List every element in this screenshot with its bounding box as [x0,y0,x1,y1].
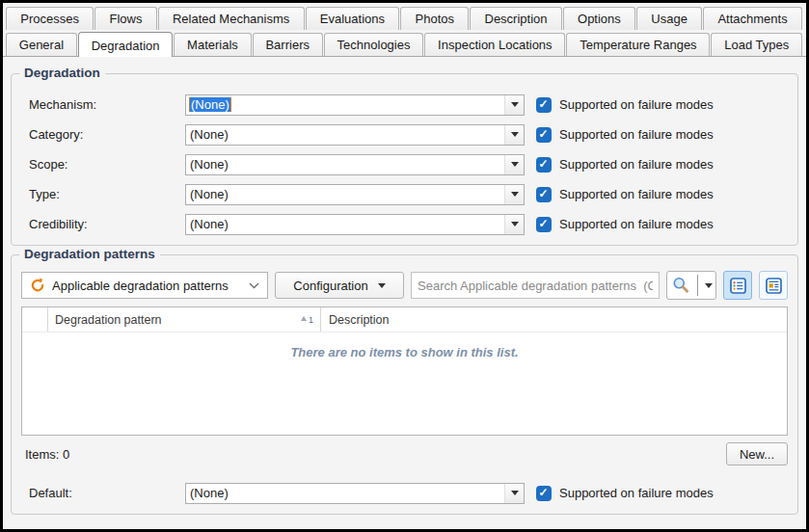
type-dropdown-arrow[interactable] [504,185,524,204]
chevron-down-icon [511,102,519,107]
default-supported-label: Supported on failure modes [559,486,714,500]
configuration-button[interactable]: Configuration [275,272,404,299]
tab-inspection-locations[interactable]: Inspection Locations [424,33,565,56]
items-count-label: Items: 0 [21,447,69,462]
pattern-filter-value: Applicable degradation patterns [52,279,242,293]
tab-materials[interactable]: Materials [174,33,251,56]
checked-checkbox-icon [536,127,552,143]
mechanism-label: Mechanism: [21,97,185,112]
tab-evaluations[interactable]: Evaluations [306,7,400,30]
mechanism-dropdown[interactable]: (None) [185,94,525,116]
credibility-supported-label: Supported on failure modes [559,217,714,231]
chevron-down-icon [511,192,519,197]
credibility-row: Credibility: (None) Supported on failure… [21,209,788,239]
tab-flows[interactable]: Flows [94,7,156,30]
patterns-list-header: Degradation pattern 1 Description [22,307,787,332]
patterns-list-footer: Items: 0 New... [21,442,788,466]
configuration-label: Configuration [293,279,367,293]
default-value: (None) [186,486,504,500]
sort-order-number: 1 [309,315,313,325]
mechanism-supported-checkbox[interactable]: Supported on failure modes [525,97,788,113]
refresh-icon [30,278,45,293]
empty-list-message: There are no items to show in this list. [22,345,787,359]
tab-content: Degradation Mechanism: (None) Supported … [3,57,806,515]
default-supported-checkbox[interactable]: Supported on failure modes [525,486,788,501]
type-supported-checkbox[interactable]: Supported on failure modes [525,187,788,202]
column-header-description[interactable]: Description [321,307,787,332]
category-dropdown-arrow[interactable] [504,125,524,145]
scope-supported-label: Supported on failure modes [559,157,714,172]
chevron-down-icon [511,132,519,137]
tab-technologies[interactable]: Technologies [324,33,424,56]
sort-ascending-icon [301,316,307,321]
default-dropdown[interactable]: (None) [185,483,525,504]
chevron-down-icon [511,491,519,495]
tab-degradation[interactable]: Degradation [78,32,173,57]
column-header-degradation-pattern[interactable]: Degradation pattern 1 [48,307,321,332]
category-supported-checkbox[interactable]: Supported on failure modes [525,127,788,143]
sort-indicator: 1 [301,315,313,325]
credibility-supported-checkbox[interactable]: Supported on failure modes [525,217,788,232]
type-supported-label: Supported on failure modes [559,187,714,201]
category-supported-label: Supported on failure modes [559,127,714,142]
mechanism-value: (None) [186,97,504,112]
chevron-down-icon [511,162,519,167]
tab-photos[interactable]: Photos [400,7,469,30]
pattern-filter-dropdown[interactable]: Applicable degradation patterns [21,272,268,299]
degradation-patterns-group-title: Degradation patterns [19,247,160,261]
new-button-label: New... [740,447,774,462]
chevron-down-icon [249,282,259,289]
list-view-icon [730,278,746,294]
column-header-icon[interactable] [22,307,48,332]
checked-checkbox-icon [536,157,552,173]
search-icon [671,276,690,295]
category-label: Category: [21,127,185,142]
new-button[interactable]: New... [726,442,788,466]
category-row: Category: (None) Supported on failure mo… [21,120,788,149]
mechanism-supported-label: Supported on failure modes [559,97,714,112]
chevron-down-icon [511,222,519,226]
scope-supported-checkbox[interactable]: Supported on failure modes [525,157,788,173]
list-view-toggle-button[interactable] [723,271,752,300]
mechanism-dropdown-arrow[interactable] [504,95,524,115]
column-name-label: Degradation pattern [55,313,162,327]
default-dropdown-arrow[interactable] [504,484,524,503]
tab-temperature-ranges[interactable]: Temperature Ranges [566,33,710,56]
mechanism-row: Mechanism: (None) Supported on failure m… [21,90,788,120]
dropdown-arrow-icon [378,283,386,288]
tab-barriers[interactable]: Barriers [253,33,323,56]
search-options-arrow-icon[interactable] [705,283,713,288]
category-dropdown[interactable]: (None) [185,124,525,146]
type-dropdown[interactable]: (None) [185,184,525,205]
tab-related-mechanisms[interactable]: Related Mechanisms [158,7,305,30]
degradation-groupbox: Degradation Mechanism: (None) Supported … [11,73,798,246]
checked-checkbox-icon [536,486,552,501]
tab-usage[interactable]: Usage [636,7,702,30]
default-row: Default: (None) Supported on failure mod… [21,478,788,508]
column-description-label: Description [329,313,390,327]
scope-row: Scope: (None) Supported on failure modes [21,149,788,179]
search-input[interactable] [411,272,660,299]
tab-general[interactable]: General [6,33,77,56]
checked-checkbox-icon [536,187,552,202]
scope-dropdown-arrow[interactable] [504,155,524,174]
tabstrip-row1: Processes Flows Related Mechanisms Evalu… [3,3,806,30]
checked-checkbox-icon [536,217,552,232]
scope-label: Scope: [21,157,185,172]
search-button[interactable] [666,271,716,300]
tab-attachments[interactable]: Attachments [703,7,802,30]
card-view-toggle-button[interactable] [759,271,788,300]
tab-load-types[interactable]: Load Types [711,33,802,56]
tab-description[interactable]: Description [470,7,562,30]
type-value: (None) [186,187,504,201]
scope-value: (None) [186,157,504,172]
scope-dropdown[interactable]: (None) [185,154,525,175]
type-row: Type: (None) Supported on failure modes [21,179,788,209]
tab-processes[interactable]: Processes [6,7,94,30]
credibility-dropdown[interactable]: (None) [185,214,525,235]
credibility-dropdown-arrow[interactable] [504,215,524,234]
checked-checkbox-icon [536,97,552,113]
divider [697,275,698,296]
patterns-toolbar: Applicable degradation patterns Configur… [21,271,788,300]
tab-options[interactable]: Options [563,7,635,30]
